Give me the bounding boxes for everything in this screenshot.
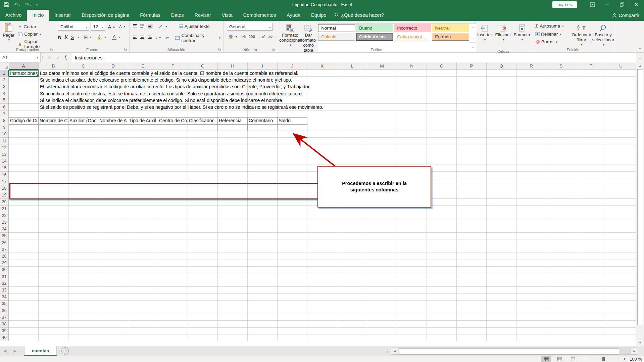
row-header-28[interactable]: 28: [0, 253, 9, 260]
fill-color-icon[interactable]: ▾: [96, 34, 107, 41]
column-header-E[interactable]: E: [128, 62, 158, 70]
row-header-2[interactable]: 2: [0, 77, 9, 83]
vertical-scroll-thumb[interactable]: [637, 69, 643, 325]
increase-indent-icon[interactable]: ⇥≡: [164, 36, 169, 40]
collapse-ribbon-icon[interactable]: ⌃: [639, 47, 641, 51]
row-header-16[interactable]: 16: [0, 172, 9, 178]
row-header-18[interactable]: 18: [0, 185, 9, 192]
scroll-down-icon[interactable]: ▼: [637, 340, 643, 346]
zoom-in-button[interactable]: +: [623, 356, 626, 362]
column-header-R[interactable]: R: [516, 62, 546, 70]
minimize-icon[interactable]: ─: [600, 0, 614, 9]
row-header-7[interactable]: 7: [0, 110, 9, 117]
row-header-25[interactable]: 25: [0, 233, 9, 239]
horizontal-scrollbar[interactable]: ◄ ►: [391, 348, 638, 355]
table-header-cell-7[interactable]: Clasificador: [188, 117, 218, 124]
decrease-font-icon[interactable]: A▼: [118, 24, 127, 30]
row-header-31[interactable]: 31: [0, 273, 9, 280]
tab-archivo[interactable]: Archivo: [0, 10, 27, 21]
increase-decimal-icon[interactable]: ←.00: [258, 35, 265, 39]
row-header-11[interactable]: 11: [0, 138, 9, 144]
column-header-H[interactable]: H: [218, 62, 248, 70]
row-header-12[interactable]: 12: [0, 144, 9, 151]
select-all-corner[interactable]: [0, 62, 9, 70]
hscroll-right-icon[interactable]: ►: [631, 348, 638, 355]
row-header-13[interactable]: 13: [0, 151, 9, 158]
table-header-cell-2[interactable]: Nombre de C: [39, 117, 68, 124]
row-header-33[interactable]: 33: [0, 287, 9, 293]
column-header-K[interactable]: K: [307, 62, 337, 70]
add-sheet-button[interactable]: +: [61, 347, 69, 355]
cell-style-7[interactable]: Celda vincul...: [394, 33, 431, 41]
column-header-U[interactable]: U: [606, 62, 636, 70]
row-header-10[interactable]: 10: [0, 131, 9, 138]
row-header-17[interactable]: 17: [0, 178, 9, 185]
copy-button[interactable]: Copiar▾: [17, 31, 55, 37]
share-button[interactable]: Compartir: [612, 13, 639, 18]
column-header-C[interactable]: C: [68, 62, 98, 70]
align-right-icon[interactable]: [148, 36, 152, 40]
cell-style-5[interactable]: Cálculo: [318, 33, 355, 41]
table-header-cell-9[interactable]: Comentario: [248, 117, 278, 124]
redo-icon[interactable]: ↷▾: [25, 2, 31, 8]
cell-style-2[interactable]: Bueno: [356, 24, 393, 32]
column-header-M[interactable]: M: [367, 62, 397, 70]
row-header-37[interactable]: 37: [0, 314, 9, 321]
row-header-15[interactable]: 15: [0, 165, 9, 172]
column-header-I[interactable]: I: [248, 62, 278, 70]
column-header-P[interactable]: P: [457, 62, 487, 70]
column-header-O[interactable]: O: [427, 62, 457, 70]
table-header-cell-1[interactable]: Código de Cu: [9, 117, 39, 124]
gallery-down-icon[interactable]: ⌄: [470, 33, 476, 43]
row-header-23[interactable]: 23: [0, 219, 9, 226]
column-header-B[interactable]: B: [39, 62, 68, 70]
table-empty-cell-1[interactable]: [9, 124, 39, 131]
vertical-scrollbar[interactable]: ▲ ▼: [636, 62, 644, 346]
close-icon[interactable]: ✕: [629, 0, 644, 9]
row-header-6[interactable]: 6: [0, 104, 9, 110]
clear-button[interactable]: Borrar▾: [534, 39, 571, 45]
column-header-F[interactable]: F: [158, 62, 188, 70]
formula-input[interactable]: Instrucciones:: [71, 53, 636, 62]
column-header-Q[interactable]: Q: [487, 62, 516, 70]
merge-center-button[interactable]: Combinar y centrar▾: [174, 32, 222, 44]
row-header-26[interactable]: 26: [0, 239, 9, 246]
table-header-cell-3[interactable]: Auxiliar (Opc: [68, 117, 98, 124]
sheet-nav-left-icon[interactable]: ◀: [0, 349, 10, 353]
hscroll-thumb[interactable]: [399, 348, 619, 355]
dialog-launcher-icon[interactable]: [271, 47, 276, 51]
row-header-1[interactable]: 1: [0, 70, 9, 77]
sign-in-button[interactable]: Inic. ses.: [552, 1, 577, 8]
sheet-tab-cuentas[interactable]: cuentas: [24, 346, 57, 356]
view-page-break-button[interactable]: [568, 356, 578, 362]
cancel-icon[interactable]: ✕: [48, 55, 52, 60]
table-header-cell-10[interactable]: Saldo: [278, 117, 307, 124]
zoom-level[interactable]: 100 %: [629, 357, 642, 362]
accounting-format-icon[interactable]: $▾: [227, 34, 239, 40]
tell-me-box[interactable]: ¿Qué desea hacer?: [332, 12, 389, 21]
gallery-up-icon[interactable]: ⌃: [470, 24, 476, 33]
table-empty-cell-7[interactable]: [188, 124, 218, 131]
table-header-cell-4[interactable]: Nombre de A: [98, 117, 128, 124]
column-header-L[interactable]: L: [337, 62, 367, 70]
tab-complementos[interactable]: Complementos: [238, 10, 282, 21]
insert-function-icon[interactable]: fx: [65, 55, 67, 61]
row-header-27[interactable]: 27: [0, 246, 9, 253]
row-header-21[interactable]: 21: [0, 206, 9, 212]
table-header-cell-8[interactable]: Referencia: [218, 117, 248, 124]
table-header-cell-6[interactable]: Centro de Co: [158, 117, 188, 124]
cell-style-8[interactable]: Entrada: [432, 33, 469, 41]
instruction-line-1[interactable]: Los datos mínimos son el código de cuent…: [40, 70, 298, 77]
row-header-38[interactable]: 38: [0, 321, 9, 327]
qat-customize-icon[interactable]: ▿: [36, 3, 38, 6]
align-left-icon[interactable]: [133, 36, 137, 40]
name-box[interactable]: A1▾: [0, 53, 41, 62]
dialog-launcher-icon[interactable]: [218, 47, 222, 51]
row-header-30[interactable]: 30: [0, 267, 9, 273]
tab-disposicion[interactable]: Disposición de página: [76, 10, 135, 21]
row-header-5[interactable]: 5: [0, 97, 9, 104]
active-cell-a1[interactable]: Instrucciones:: [9, 70, 39, 77]
decrease-indent-icon[interactable]: ⇤≡: [156, 36, 161, 40]
underline-button[interactable]: S: [70, 35, 73, 40]
cell-style-1[interactable]: Normal: [318, 24, 355, 32]
